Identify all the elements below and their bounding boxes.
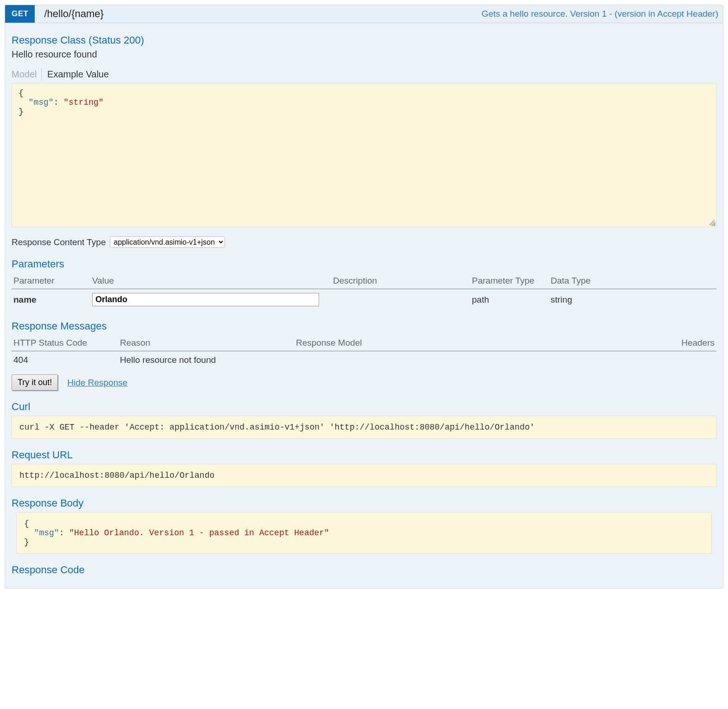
- response-body-title: Response Body: [12, 497, 716, 509]
- response-content-type-label: Response Content Type: [12, 237, 106, 247]
- response-message-status: 404: [12, 351, 118, 369]
- table-row: 404 Hello resource not found: [12, 351, 716, 369]
- response-messages-table: HTTP Status Code Reason Response Model H…: [12, 335, 716, 369]
- response-message-headers: [661, 351, 716, 369]
- response-messages-header-model: Response Model: [294, 335, 661, 351]
- table-row: name path string: [12, 289, 716, 310]
- parameter-name: name: [12, 289, 90, 310]
- parameter-data-type: string: [549, 289, 716, 310]
- response-body-box[interactable]: { "msg": "Hello Orlando. Version 1 - pas…: [16, 512, 712, 554]
- operation-path[interactable]: /hello/{name}: [35, 8, 103, 20]
- parameters-header-data-type: Data Type: [549, 273, 716, 289]
- response-messages-title: Response Messages: [12, 320, 716, 332]
- parameter-description: [331, 289, 470, 310]
- curl-command-box[interactable]: curl -X GET --header 'Accept: applicatio…: [12, 416, 716, 439]
- parameters-header-parameter-type: Parameter Type: [470, 273, 549, 289]
- response-messages-header-status: HTTP Status Code: [12, 335, 118, 351]
- parameter-value-input[interactable]: [92, 293, 319, 306]
- response-message-reason: Hello resource not found: [118, 351, 294, 369]
- request-url-title: Request URL: [12, 449, 716, 461]
- response-class-tabs: Model Example Value: [12, 68, 716, 81]
- curl-title: Curl: [12, 401, 716, 413]
- response-content-type-row: Response Content Type application/vnd.as…: [12, 236, 716, 248]
- parameters-header-value: Value: [90, 273, 331, 289]
- parameter-value-cell: [90, 289, 331, 310]
- http-method-badge: GET: [5, 5, 35, 23]
- response-code-title: Response Code: [12, 564, 716, 576]
- response-message-model: [294, 351, 661, 369]
- parameters-table: Parameter Value Description Parameter Ty…: [12, 273, 716, 310]
- request-url-box[interactable]: http://localhost:8080/api/hello/Orlando: [12, 464, 716, 487]
- parameters-title: Parameters: [12, 258, 716, 270]
- parameter-type: path: [470, 289, 549, 310]
- response-messages-header-reason: Reason: [118, 335, 294, 351]
- response-class-description: Hello resource found: [12, 49, 716, 60]
- tab-model[interactable]: Model: [12, 68, 42, 81]
- operation-header[interactable]: GET /hello/{name} Gets a hello resource.…: [5, 5, 723, 23]
- tab-example-value[interactable]: Example Value: [47, 68, 112, 81]
- operation-panel: GET /hello/{name} Gets a hello resource.…: [5, 5, 723, 589]
- parameters-header-description: Description: [331, 273, 470, 289]
- response-class-title: Response Class (Status 200): [12, 34, 716, 46]
- response-content-type-select[interactable]: application/vnd.asimio-v1+json: [110, 236, 225, 248]
- response-messages-header-headers: Headers: [661, 335, 716, 351]
- operation-summary[interactable]: Gets a hello resource. Version 1 - (vers…: [482, 9, 723, 19]
- try-it-out-button[interactable]: Try it out!: [12, 374, 58, 391]
- operation-body: Response Class (Status 200) Hello resour…: [5, 23, 723, 588]
- example-value-box[interactable]: { "msg": "string" }: [12, 83, 716, 227]
- actions-row: Try it out! Hide Response: [12, 374, 716, 391]
- hide-response-link[interactable]: Hide Response: [67, 378, 127, 388]
- parameters-header-parameter: Parameter: [12, 273, 90, 289]
